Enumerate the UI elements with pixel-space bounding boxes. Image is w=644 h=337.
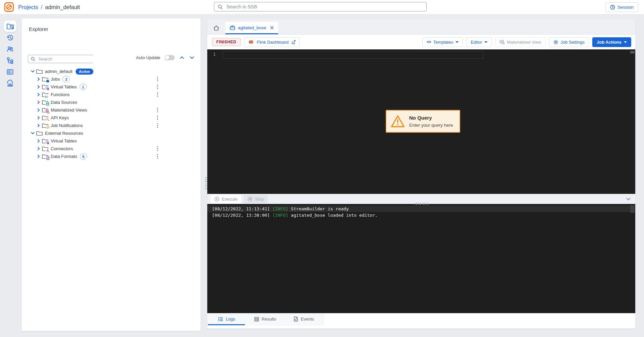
kebab-menu-icon[interactable] [157,115,158,120]
global-search[interactable] [214,2,427,11]
kebab-menu-icon[interactable] [157,92,158,97]
execute-bar: Execute Stop [207,194,635,204]
chevron-right-icon[interactable] [36,77,41,81]
chevron-right-icon[interactable] [36,85,41,89]
templates-button[interactable]: <> Templates [422,37,463,47]
flow-nodes-icon [6,57,14,64]
chevron-right-icon[interactable] [36,116,41,120]
editor-menu-button[interactable]: Editor [466,37,492,47]
global-search-input[interactable] [226,4,423,10]
explorer-panel: Explorer Auto Update admin_defaultActive… [22,18,201,331]
cloud-nodes-icon [6,80,14,87]
resize-handle-vertical[interactable] [205,176,207,189]
log-line: [08/12/2022, 13:38:00] [INFO] agitated_b… [207,212,635,218]
external-link-icon [291,40,296,44]
tree-row[interactable]: Virtual Tables [22,137,201,145]
chevron-right-icon[interactable] [36,139,41,143]
tree-item-label: Connectors [51,146,73,151]
job-settings-button[interactable]: Job Settings [549,37,589,47]
chevron-up-icon[interactable] [179,55,185,60]
log-scrollbar-thumb[interactable] [630,205,635,213]
job-status-badge: FINISHED [212,38,241,46]
rail-cloud[interactable] [4,78,16,89]
rail-users[interactable] [4,43,16,55]
no-query-title: No Query [409,115,453,121]
tree-row[interactable]: Data Sources [22,98,201,106]
chevron-down-icon[interactable] [189,55,195,60]
close-tab-icon[interactable] [270,26,274,30]
sql-editor[interactable]: 1 No Query Enter your query here [207,49,635,194]
explorer-search-input[interactable] [38,56,98,62]
log-message: StreamBuilder is ready [291,206,349,211]
bottom-tab-events[interactable]: Events [285,313,323,325]
explorer-search[interactable] [28,55,93,63]
functions-folder-icon: f() [42,92,48,97]
chevron-down-icon[interactable] [30,70,35,73]
breadcrumb-projects-link[interactable]: Projects [18,4,38,10]
chevron-right-icon[interactable] [36,124,41,127]
kebab-menu-icon[interactable] [157,77,158,82]
caret-down-icon [484,41,487,43]
jobs-folder-icon [42,77,48,82]
kebab-menu-icon[interactable] [157,146,158,151]
tree-row[interactable]: Virtual Tables1 [22,83,201,91]
tree-row[interactable]: Data Formats6 [22,153,201,160]
tree-row[interactable]: External Resources [22,129,201,137]
breadcrumb-current: admin_default [45,4,80,10]
chevron-right-icon[interactable] [36,93,41,96]
vtables-folder-icon [42,138,48,143]
home-tab[interactable] [207,22,225,34]
history-clock-icon [6,34,14,41]
ssb-logo-icon[interactable] [4,2,14,12]
editor-scrollbar-thumb[interactable] [630,51,635,53]
tree-item-label: Virtual Tables [51,138,77,143]
tree-row[interactable]: Materialized Views [22,106,201,114]
table-search-icon [500,40,505,45]
item-count-badge: 1 [80,84,87,90]
rail-history[interactable] [4,32,16,43]
job-settings-label: Job Settings [561,40,585,45]
tree-item-label: External Resources [45,131,83,136]
active-project-badge: Active [76,69,93,75]
auto-update-toggle[interactable] [165,55,175,60]
bottom-tab-results[interactable]: Results [246,313,285,325]
tree-row[interactable]: Jobs2 [22,75,201,83]
log-level: [INFO] [272,213,288,218]
folder-search-icon [6,23,14,30]
tree-row[interactable]: Job Notifications [22,122,201,129]
rail-lineage[interactable] [4,55,16,66]
kebab-menu-icon[interactable] [157,154,158,159]
kebab-menu-icon[interactable] [157,123,158,128]
tree-item-label: Functions [51,92,70,97]
tree-row[interactable]: Connectors [22,145,201,153]
log-output[interactable]: [08/12/2022, 11:13:41] [INFO] StreamBuil… [207,204,635,313]
resize-handle-horizontal[interactable] [415,203,428,205]
clock-icon [610,5,615,10]
session-button[interactable]: Session [605,2,638,12]
kebab-menu-icon[interactable] [157,84,158,89]
collapse-panel-chevron-icon[interactable] [625,197,632,201]
chevron-right-icon[interactable] [36,100,41,104]
bottom-tab-label: Events [301,317,314,322]
bottom-tab-logs[interactable]: Logs [207,313,246,325]
flink-dashboard-button[interactable]: Flink Dashboard [244,37,300,47]
tab-agitated-bose[interactable]: agitated_bose [225,22,278,34]
tree-row[interactable]: admin_defaultActive [22,68,201,75]
users-icon [6,45,14,53]
chevron-right-icon[interactable] [36,155,41,158]
workspace-panel: agitated_bose FINISHED Flink Dashboard <… [207,19,635,329]
stop-button[interactable]: Stop [244,195,268,203]
execute-button[interactable]: Execute [211,195,241,203]
tree-row[interactable]: f()Functions [22,91,201,98]
gear-icon [553,40,558,45]
tree-row[interactable]: API Keys [22,114,201,122]
rail-tables[interactable] [4,66,16,78]
line-number: 1 [207,52,221,57]
job-actions-button[interactable]: Job Actions [592,37,631,47]
tree-item-label: Data Sources [51,100,77,105]
kebab-menu-icon[interactable] [157,108,158,113]
chevron-right-icon[interactable] [36,147,41,151]
chevron-down-icon[interactable] [30,131,35,135]
chevron-right-icon[interactable] [36,108,41,112]
rail-explorer[interactable] [4,20,16,32]
